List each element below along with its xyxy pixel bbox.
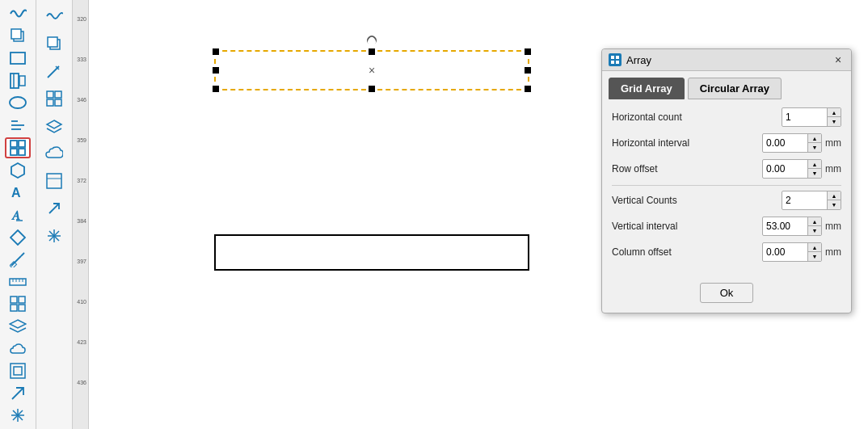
vertical-counts-input[interactable] xyxy=(782,193,827,208)
horizontal-interval-down[interactable]: ▼ xyxy=(808,143,821,152)
toolbar-arrow-icon[interactable] xyxy=(5,383,31,404)
toolbar-text-italic-icon[interactable]: 𝐴 xyxy=(5,204,31,225)
svg-rect-30 xyxy=(19,305,25,311)
svg-rect-29 xyxy=(11,305,17,311)
horizontal-count-arrows: ▲ ▼ xyxy=(827,108,841,126)
column-offset-label: Column offset xyxy=(612,246,762,258)
horizontal-count-up[interactable]: ▲ xyxy=(828,108,841,117)
handle-mr[interactable] xyxy=(525,67,531,74)
left-toolbar-primary: A 𝐴 xyxy=(0,0,36,429)
ruler-mark-346: 346 xyxy=(73,97,88,103)
horizontal-count-label: Horizontal count xyxy=(612,111,782,123)
vertical-interval-unit: mm xyxy=(825,221,841,232)
ok-button[interactable]: Ok xyxy=(700,283,754,303)
toolbar-text-icon[interactable]: A xyxy=(5,183,31,204)
svg-rect-44 xyxy=(55,91,61,98)
toolbar-grid-icon[interactable] xyxy=(5,137,31,158)
vertical-counts-input-group: ▲ ▼ xyxy=(782,191,841,210)
toolbar-wave-2-icon[interactable] xyxy=(41,3,67,29)
svg-rect-10 xyxy=(11,141,17,147)
toolbar-frame-icon[interactable] xyxy=(5,360,31,381)
horizontal-count-down[interactable]: ▼ xyxy=(828,117,841,126)
toolbar-snowflake-icon[interactable] xyxy=(41,223,67,249)
toolbar-arrow2-icon[interactable] xyxy=(41,196,67,221)
toolbar-lines-icon[interactable] xyxy=(5,115,31,136)
toolbar-measure-2-icon[interactable] xyxy=(41,58,67,84)
row-offset-row: Row offset ▲ ▼ mm xyxy=(612,159,841,179)
row-offset-up[interactable]: ▲ xyxy=(808,160,821,169)
dialog-tabs: Grid Array Circular Array xyxy=(602,71,851,99)
column-offset-unit: mm xyxy=(825,246,841,258)
toolbar-frame2-icon[interactable] xyxy=(41,168,67,194)
normal-rectangle[interactable] xyxy=(214,234,529,271)
row-offset-arrows: ▲ ▼ xyxy=(807,160,821,178)
svg-rect-58 xyxy=(616,61,619,64)
toolbar-hexagon-icon[interactable] xyxy=(5,160,31,181)
row-offset-spinbox[interactable]: ▲ ▼ xyxy=(762,159,822,179)
horizontal-interval-up[interactable]: ▲ xyxy=(808,134,821,143)
column-offset-down[interactable]: ▼ xyxy=(808,252,821,261)
toolbar-ellipse-icon[interactable] xyxy=(5,92,31,113)
ruler-mark-436: 436 xyxy=(73,380,88,385)
horizontal-interval-input[interactable] xyxy=(763,136,807,150)
svg-rect-11 xyxy=(19,141,25,147)
ruler-mark-397: 397 xyxy=(73,259,88,264)
handle-br[interactable] xyxy=(525,86,531,92)
handle-tr[interactable] xyxy=(525,48,531,55)
toolbar-diamond-icon[interactable] xyxy=(5,227,31,248)
dialog-close-button[interactable]: × xyxy=(832,53,845,66)
handle-bl[interactable] xyxy=(213,86,219,92)
horizontal-count-input[interactable] xyxy=(782,110,827,124)
vertical-interval-input-group: ▲ ▼ mm xyxy=(762,217,841,236)
ruler-mark-372: 372 xyxy=(73,178,88,183)
vertical-interval-spinbox[interactable]: ▲ ▼ xyxy=(762,217,822,236)
toolbar-array-icon[interactable] xyxy=(5,294,31,315)
vertical-counts-spinbox[interactable]: ▲ ▼ xyxy=(782,191,841,210)
tab-circular-array[interactable]: Circular Array xyxy=(688,78,782,99)
svg-rect-43 xyxy=(47,91,53,98)
toolbar-wave-icon[interactable] xyxy=(5,3,31,24)
toolbar-ruler-icon[interactable] xyxy=(5,271,31,292)
toolbar-rect-icon[interactable] xyxy=(5,48,31,69)
selected-rectangle[interactable]: × xyxy=(214,50,529,90)
horizontal-count-input-group: ▲ ▼ xyxy=(782,107,841,127)
horizontal-interval-label: Horizontal interval xyxy=(612,137,762,149)
toolbar-layers-icon[interactable] xyxy=(5,316,31,337)
svg-rect-28 xyxy=(19,297,25,303)
svg-point-6 xyxy=(10,97,26,108)
handle-ml[interactable] xyxy=(213,67,219,74)
handle-tm[interactable] xyxy=(369,48,375,55)
row-offset-input[interactable] xyxy=(763,162,807,176)
vertical-counts-down[interactable]: ▼ xyxy=(828,200,841,209)
vertical-interval-input[interactable] xyxy=(763,219,807,233)
vertical-interval-up[interactable]: ▲ xyxy=(808,217,821,226)
column-offset-arrows: ▲ ▼ xyxy=(807,243,821,261)
column-offset-input[interactable] xyxy=(763,245,807,259)
toolbar-star-icon[interactable] xyxy=(5,405,31,426)
canvas-area[interactable]: 320 333 346 359 372 384 397 410 423 436 … xyxy=(73,0,868,429)
toolbar-layer2-icon[interactable] xyxy=(41,113,67,139)
toolbar-cloud-2-icon[interactable] xyxy=(41,141,67,166)
toolbar-measure-icon[interactable] xyxy=(5,249,31,270)
toolbar-paint-icon[interactable] xyxy=(5,70,31,91)
horizontal-interval-spinbox[interactable]: ▲ ▼ xyxy=(762,133,822,153)
handle-tl[interactable] xyxy=(213,48,219,55)
column-offset-up[interactable]: ▲ xyxy=(808,243,821,252)
tab-grid-array[interactable]: Grid Array xyxy=(609,78,685,99)
vertical-counts-up[interactable]: ▲ xyxy=(828,191,841,200)
column-offset-spinbox[interactable]: ▲ ▼ xyxy=(762,242,822,262)
svg-rect-55 xyxy=(611,56,614,59)
svg-rect-4 xyxy=(19,76,25,86)
toolbar-copy-icon[interactable] xyxy=(5,26,31,47)
svg-rect-45 xyxy=(47,99,53,106)
handle-bm[interactable] xyxy=(369,86,375,92)
dialog-title-icon xyxy=(609,53,622,66)
horizontal-count-spinbox[interactable]: ▲ ▼ xyxy=(782,107,841,127)
rotate-handle[interactable] xyxy=(365,34,379,48)
row-offset-down[interactable]: ▼ xyxy=(808,169,821,178)
vertical-interval-down[interactable]: ▼ xyxy=(808,226,821,235)
horizontal-interval-unit: mm xyxy=(825,137,841,149)
toolbar-grid-3-icon[interactable] xyxy=(41,86,67,111)
toolbar-cloud-icon[interactable] xyxy=(5,339,31,360)
toolbar-copy-2-icon[interactable] xyxy=(41,31,67,57)
